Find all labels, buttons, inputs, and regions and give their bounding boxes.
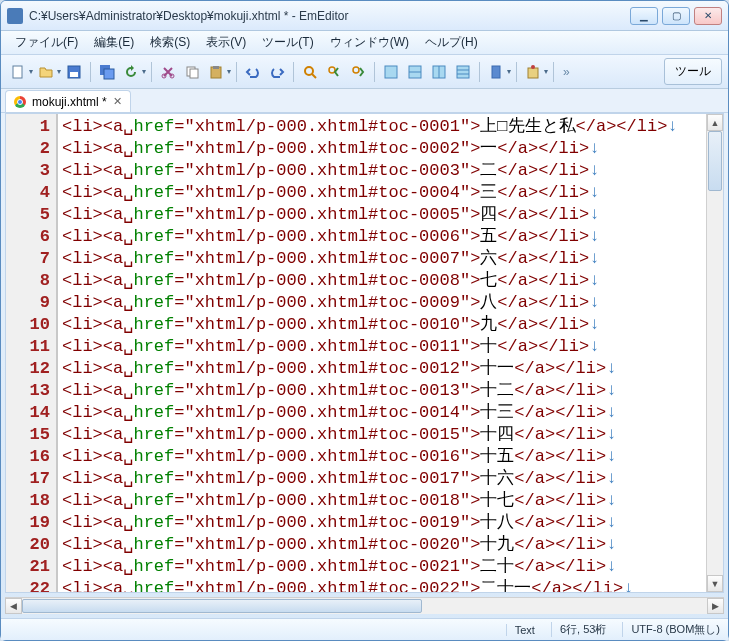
menu-file[interactable]: ファイル(F) (7, 31, 86, 54)
view-mode-3-button[interactable] (428, 61, 450, 83)
svg-point-13 (353, 67, 359, 73)
chrome-icon (14, 96, 26, 108)
line-number-gutter: 1234567891011121314151617181920212223 (6, 114, 58, 592)
chevron-right-icon[interactable]: » (559, 65, 574, 79)
reload-button[interactable] (120, 61, 142, 83)
scroll-down-icon[interactable]: ▼ (707, 575, 723, 592)
scroll-track[interactable] (22, 598, 707, 614)
svg-rect-0 (13, 66, 22, 78)
dropdown-icon[interactable]: ▾ (507, 67, 511, 76)
find-next-button[interactable] (347, 61, 369, 83)
scroll-left-icon[interactable]: ◀ (5, 598, 22, 614)
menu-view[interactable]: 表示(V) (198, 31, 254, 54)
find-button[interactable] (299, 61, 321, 83)
code-area[interactable]: <li><a␣href="xhtml/p-000.xhtml#toc-0001"… (58, 114, 706, 592)
tools-panel-label[interactable]: ツール (664, 58, 722, 85)
separator (374, 62, 375, 82)
undo-button[interactable] (242, 61, 264, 83)
app-window: C:¥Users¥Administrator¥Desktop¥mokuji.xh… (0, 0, 729, 641)
minimize-button[interactable]: ▁ (630, 7, 658, 25)
dropdown-icon[interactable]: ▾ (544, 67, 548, 76)
scroll-right-icon[interactable]: ▶ (707, 598, 724, 614)
titlebar[interactable]: C:¥Users¥Administrator¥Desktop¥mokuji.xh… (1, 1, 728, 31)
svg-rect-2 (70, 72, 78, 77)
toolbar: ▾ ▾ ▾ ▾ ▾ ▾ » ツール (1, 55, 728, 89)
menu-edit[interactable]: 編集(E) (86, 31, 142, 54)
svg-point-11 (305, 67, 313, 75)
new-file-button[interactable] (7, 61, 29, 83)
svg-rect-19 (457, 66, 469, 78)
menubar: ファイル(F) 編集(E) 検索(S) 表示(V) ツール(T) ウィンドウ(W… (1, 31, 728, 55)
separator (236, 62, 237, 82)
paste-button[interactable] (205, 61, 227, 83)
tab-label: mokuji.xhtml * (32, 95, 107, 109)
separator (553, 62, 554, 82)
window-controls: ▁ ▢ ✕ (630, 7, 722, 25)
status-mode: Text (506, 624, 535, 636)
cut-button[interactable] (157, 61, 179, 83)
svg-rect-4 (104, 69, 114, 79)
window-title: C:¥Users¥Administrator¥Desktop¥mokuji.xh… (29, 9, 630, 23)
menu-search[interactable]: 検索(S) (142, 31, 198, 54)
config-button[interactable] (522, 61, 544, 83)
open-file-button[interactable] (35, 61, 57, 83)
dropdown-icon[interactable]: ▾ (227, 67, 231, 76)
view-mode-4-button[interactable] (452, 61, 474, 83)
dropdown-icon[interactable]: ▾ (142, 67, 146, 76)
save-all-button[interactable] (96, 61, 118, 83)
separator (90, 62, 91, 82)
svg-rect-10 (213, 66, 219, 69)
dropdown-icon[interactable]: ▾ (29, 67, 33, 76)
scroll-track[interactable] (707, 131, 723, 575)
svg-rect-8 (190, 69, 198, 78)
vertical-scrollbar[interactable]: ▲ ▼ (706, 114, 723, 592)
menu-help[interactable]: ヘルプ(H) (417, 31, 486, 54)
plugins-button[interactable] (485, 61, 507, 83)
close-tab-button[interactable]: ✕ (113, 95, 122, 108)
svg-rect-21 (528, 68, 538, 78)
copy-button[interactable] (181, 61, 203, 83)
svg-rect-20 (492, 66, 500, 78)
horizontal-scrollbar[interactable]: ◀ ▶ (5, 597, 724, 614)
dropdown-icon[interactable]: ▾ (57, 67, 61, 76)
status-position: 6行, 53桁 (551, 622, 606, 637)
scroll-up-icon[interactable]: ▲ (707, 114, 723, 131)
editor: 1234567891011121314151617181920212223 <l… (5, 113, 724, 593)
menu-window[interactable]: ウィンドウ(W) (322, 31, 417, 54)
close-button[interactable]: ✕ (694, 7, 722, 25)
separator (479, 62, 480, 82)
statusbar: Text 6行, 53桁 UTF-8 (BOM無し) (1, 618, 728, 640)
svg-point-22 (531, 65, 535, 69)
scroll-thumb[interactable] (708, 131, 722, 191)
app-icon (7, 8, 23, 24)
maximize-button[interactable]: ▢ (662, 7, 690, 25)
svg-rect-14 (385, 66, 397, 78)
save-button[interactable] (63, 61, 85, 83)
separator (293, 62, 294, 82)
status-encoding: UTF-8 (BOM無し) (622, 622, 720, 637)
menu-tools[interactable]: ツール(T) (254, 31, 321, 54)
tab-mokuji[interactable]: mokuji.xhtml * ✕ (5, 90, 131, 112)
separator (516, 62, 517, 82)
separator (151, 62, 152, 82)
view-mode-1-button[interactable] (380, 61, 402, 83)
scroll-thumb[interactable] (22, 599, 422, 613)
view-mode-2-button[interactable] (404, 61, 426, 83)
find-prev-button[interactable] (323, 61, 345, 83)
tabbar: mokuji.xhtml * ✕ (1, 89, 728, 113)
redo-button[interactable] (266, 61, 288, 83)
